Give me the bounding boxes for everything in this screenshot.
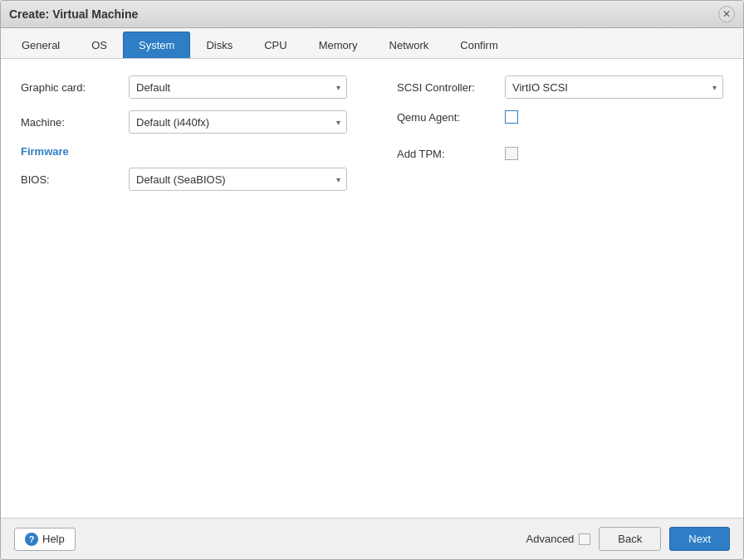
firmware-header: Firmware xyxy=(21,145,347,158)
add-tpm-control xyxy=(505,147,518,160)
tab-network[interactable]: Network xyxy=(374,32,445,58)
title-bar: Create: Virtual Machine ✕ xyxy=(1,1,743,28)
footer-left: ? Help xyxy=(14,528,76,551)
qemu-agent-checkbox[interactable] xyxy=(505,110,518,124)
qemu-agent-label: Qemu Agent: xyxy=(397,111,505,124)
tab-os[interactable]: OS xyxy=(76,32,123,58)
graphic-card-label: Graphic card: xyxy=(21,81,129,94)
tab-cpu[interactable]: CPU xyxy=(248,32,302,58)
graphic-card-control: Default ▾ xyxy=(129,75,347,99)
qemu-agent-row: Qemu Agent: xyxy=(397,110,723,124)
machine-select[interactable]: Default (i440fx) xyxy=(129,110,347,134)
bios-label: BIOS: xyxy=(21,173,129,186)
footer: ? Help Advanced Back Next xyxy=(1,518,743,559)
advanced-label: Advanced xyxy=(526,533,575,545)
tab-system[interactable]: System xyxy=(123,32,190,58)
tab-general[interactable]: General xyxy=(6,32,76,58)
graphic-card-row: Graphic card: Default ▾ xyxy=(21,75,347,99)
advanced-row: Advanced xyxy=(526,533,591,545)
right-column: SCSI Controller: VirtIO SCSI ▾ Qemu Agen… xyxy=(397,75,723,202)
scsi-controller-row: SCSI Controller: VirtIO SCSI ▾ xyxy=(397,75,723,99)
scsi-controller-label: SCSI Controller: xyxy=(397,81,505,94)
form-section: Graphic card: Default ▾ Machine: Default… xyxy=(21,75,723,202)
next-button[interactable]: Next xyxy=(669,527,730,551)
main-window: Create: Virtual Machine ✕ General OS Sys… xyxy=(0,0,744,560)
bios-control: Default (SeaBIOS) ▾ xyxy=(129,168,347,191)
add-tpm-label: Add TPM: xyxy=(397,148,505,160)
footer-right: Advanced Back Next xyxy=(526,527,730,551)
bios-row: BIOS: Default (SeaBIOS) ▾ xyxy=(21,168,347,191)
machine-control: Default (i440fx) ▾ xyxy=(129,110,347,134)
help-label: Help xyxy=(42,533,65,545)
help-icon: ? xyxy=(25,533,38,546)
left-column: Graphic card: Default ▾ Machine: Default… xyxy=(21,75,347,202)
advanced-checkbox[interactable] xyxy=(579,533,590,545)
scsi-controller-select[interactable]: VirtIO SCSI xyxy=(505,75,723,99)
tabs-bar: General OS System Disks CPU Memory Netwo… xyxy=(1,28,743,59)
close-button[interactable]: ✕ xyxy=(718,6,735,22)
qemu-agent-control xyxy=(505,110,518,124)
scsi-controller-control: VirtIO SCSI ▾ xyxy=(505,75,723,99)
bios-select[interactable]: Default (SeaBIOS) xyxy=(129,168,347,191)
tab-confirm[interactable]: Confirm xyxy=(444,32,514,58)
help-button[interactable]: ? Help xyxy=(14,528,76,551)
machine-label: Machine: xyxy=(21,116,129,129)
content-area: Graphic card: Default ▾ Machine: Default… xyxy=(1,59,743,518)
graphic-card-select[interactable]: Default xyxy=(129,75,347,99)
add-tpm-row: Add TPM: xyxy=(397,147,723,160)
window-title: Create: Virtual Machine xyxy=(9,7,138,21)
machine-row: Machine: Default (i440fx) ▾ xyxy=(21,110,347,134)
close-icon: ✕ xyxy=(722,8,731,20)
tab-disks[interactable]: Disks xyxy=(190,32,248,58)
back-button[interactable]: Back xyxy=(599,527,661,551)
add-tpm-checkbox[interactable] xyxy=(505,147,518,160)
tab-memory[interactable]: Memory xyxy=(303,32,374,58)
